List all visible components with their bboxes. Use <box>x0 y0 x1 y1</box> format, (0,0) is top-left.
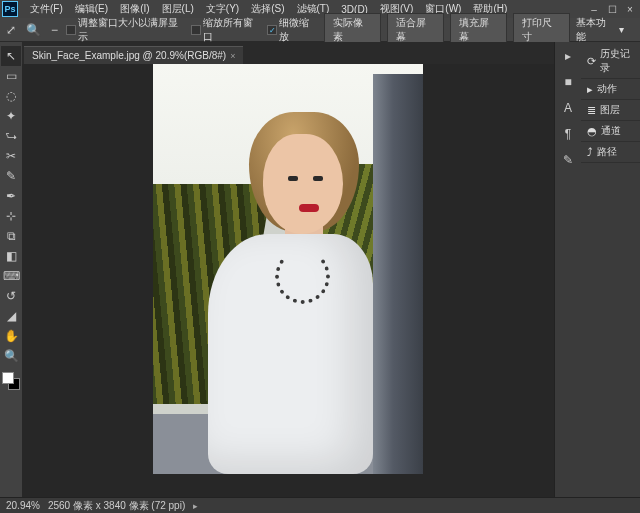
character-icon[interactable]: A <box>558 98 578 118</box>
hand-tool[interactable]: ✋ <box>1 326 21 346</box>
panel-tab-actions[interactable]: ▸ 动作 <box>581 79 640 100</box>
wand-tool[interactable]: ✦ <box>1 106 21 126</box>
brush-icon[interactable]: ✎ <box>558 150 578 170</box>
checkbox-icon <box>66 25 76 35</box>
brush-tool[interactable]: ✎ <box>1 166 21 186</box>
check-scrubby-zoom[interactable]: 细微缩放 <box>267 16 318 44</box>
panel-tab-channels[interactable]: ◓ 通道 <box>581 121 640 142</box>
panel-tab-list: ⟳ 历史记录 ▸ 动作 ≣ 图层 ◓ 通道 ⤴ 路径 <box>581 42 640 497</box>
panel-tab-layers[interactable]: ≣ 图层 <box>581 100 640 121</box>
workspace-switcher[interactable]: 基本功能 ▾ <box>576 16 636 44</box>
app-logo: Ps <box>2 1 18 17</box>
image-eye <box>288 176 298 181</box>
document-tab-bar: Skin_Face_Example.jpg @ 20.9%(RGB/8#) × <box>22 42 554 64</box>
paragraph-icon[interactable]: ¶ <box>558 124 578 144</box>
healing-tool[interactable]: ⊹ <box>1 206 21 226</box>
image-pillar <box>373 74 423 474</box>
zoom-out-icon[interactable]: − <box>49 22 60 38</box>
workspace-label: 基本功能 <box>576 16 615 44</box>
zoom-tool[interactable]: 🔍 <box>1 346 21 366</box>
chevron-right-icon[interactable]: ▸ <box>193 501 198 511</box>
swatch-icon[interactable]: ■ <box>558 72 578 92</box>
move-tool[interactable]: ↖ <box>1 46 21 66</box>
image-lips <box>299 204 319 212</box>
color-swatch[interactable] <box>2 372 20 390</box>
status-bar: 20.94% 2560 像素 x 3840 像素 (72 ppi) ▸ <box>0 497 640 513</box>
panel-tab-label: 路径 <box>597 145 617 159</box>
check-scrubby-label: 细微缩放 <box>279 16 318 44</box>
marquee-tool[interactable]: ▭ <box>1 66 21 86</box>
chevron-down-icon: ▾ <box>619 24 624 35</box>
document-tab[interactable]: Skin_Face_Example.jpg @ 20.9%(RGB/8#) × <box>24 46 243 64</box>
check-resize-label: 调整窗口大小以满屏显示 <box>78 16 185 44</box>
type-tool[interactable]: ⌨ <box>1 266 21 286</box>
main-area: ↖ ▭ ◌ ✦ ⮑ ✂ ✎ ✒ ⊹ ⧉ ◧ ⌨ ↺ ◢ ✋ 🔍 Skin_Fac… <box>0 42 640 497</box>
crop-tool[interactable]: ⮑ <box>1 126 21 146</box>
channels-icon: ◓ <box>587 125 597 138</box>
close-icon[interactable]: × <box>230 51 235 61</box>
foreground-color-swatch <box>2 372 14 384</box>
window-controls: – ☐ × <box>586 3 638 15</box>
checkbox-icon <box>267 25 277 35</box>
panel-tab-label: 通道 <box>601 124 621 138</box>
check-all-windows[interactable]: 缩放所有窗口 <box>191 16 261 44</box>
document-tab-label: Skin_Face_Example.jpg @ 20.9%(RGB/8#) <box>32 50 226 61</box>
tools-panel: ↖ ▭ ◌ ✦ ⮑ ✂ ✎ ✒ ⊹ ⧉ ◧ ⌨ ↺ ◢ ✋ 🔍 <box>0 42 22 497</box>
rotate-tool[interactable]: ↺ <box>1 286 21 306</box>
options-bar: ⤢ 🔍 − 调整窗口大小以满屏显示 缩放所有窗口 细微缩放 实际像素 适合屏幕 … <box>0 18 640 42</box>
minimize-button[interactable]: – <box>586 3 602 15</box>
zoom-level[interactable]: 20.94% <box>6 500 40 511</box>
check-resize-window[interactable]: 调整窗口大小以满屏显示 <box>66 16 185 44</box>
panel-tab-label: 动作 <box>597 82 617 96</box>
image-content <box>153 64 423 474</box>
lasso-tool[interactable]: ◌ <box>1 86 21 106</box>
history-icon: ⟳ <box>587 55 596 68</box>
check-allwin-label: 缩放所有窗口 <box>203 16 261 44</box>
actions-icon: ▸ <box>587 83 593 96</box>
panel-tab-history[interactable]: ⟳ 历史记录 <box>581 44 640 79</box>
paths-icon: ⤴ <box>587 146 593 158</box>
panel-tab-paths[interactable]: ⤴ 路径 <box>581 142 640 163</box>
pen-tool[interactable]: ✒ <box>1 186 21 206</box>
menu-file[interactable]: 文件(F) <box>24 0 69 18</box>
document-area: Skin_Face_Example.jpg @ 20.9%(RGB/8#) × <box>22 42 554 497</box>
shape-tool[interactable]: ◢ <box>1 306 21 326</box>
collapsed-panel-icons: ▸ ■ A ¶ ✎ <box>555 42 581 497</box>
layers-icon: ≣ <box>587 104 596 117</box>
image-necklace <box>275 249 330 304</box>
eyedropper-tool[interactable]: ✂ <box>1 146 21 166</box>
gradient-tool[interactable]: ◧ <box>1 246 21 266</box>
canvas[interactable] <box>22 64 554 497</box>
close-button[interactable]: × <box>622 3 638 15</box>
image-face <box>263 134 343 234</box>
right-panels: ▸ ■ A ¶ ✎ ⟳ 历史记录 ▸ 动作 ≣ 图层 ◓ 通道 <box>554 42 640 497</box>
play-icon[interactable]: ▸ <box>558 46 578 66</box>
panel-tab-label: 历史记录 <box>600 47 634 75</box>
checkbox-icon <box>191 25 201 35</box>
panel-tab-label: 图层 <box>600 103 620 117</box>
zoom-icon[interactable]: 🔍 <box>24 22 43 38</box>
hand-tool-icon[interactable]: ⤢ <box>4 22 18 38</box>
maximize-button[interactable]: ☐ <box>604 3 620 15</box>
document-dimensions: 2560 像素 x 3840 像素 (72 ppi) <box>48 499 185 513</box>
clone-tool[interactable]: ⧉ <box>1 226 21 246</box>
image-eye <box>313 176 323 181</box>
